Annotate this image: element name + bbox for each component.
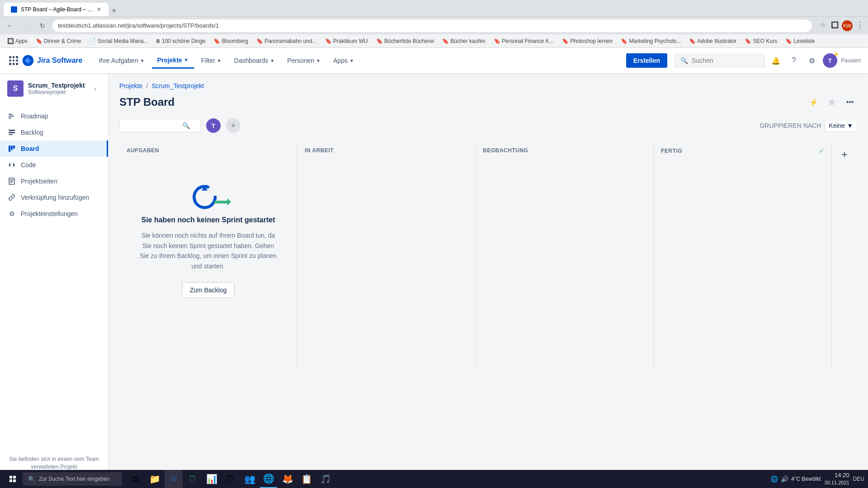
notifications-icon[interactable]: 🔔 [769,53,783,68]
bookmark-buecher[interactable]: 🔖 Bücher kaufen [439,37,489,45]
svg-marker-15 [214,198,231,206]
sidebar-item-label: Board [21,145,39,152]
reload-button[interactable]: ↻ [36,19,49,32]
svg-rect-0 [9,114,12,115]
empty-state-aufgaben: Sie haben noch keinen Sprint gestartet S… [127,161,290,316]
sidebar-item-backlog[interactable]: Backlog [0,124,108,141]
group-by-value: Keine [829,122,845,129]
add-member-button[interactable]: + [226,118,241,133]
help-icon[interactable]: ? [787,53,801,68]
bookmark-buecherliste[interactable]: 🔖 Bücherliste Bücherei [373,37,438,45]
sidebar-collapse-button[interactable]: ‹ [90,83,101,94]
svg-rect-6 [9,145,10,152]
menu-icon[interactable]: ⋮ [855,20,864,29]
breadcrumb-parent[interactable]: Projekte [119,82,142,89]
forward-button[interactable]: → [20,19,33,32]
address-bar[interactable]: testdeutsch1.atlassian.net/jira/software… [52,19,812,32]
sidebar-item-pages[interactable]: Projektseiten [0,173,108,189]
bookmark-personal[interactable]: 🔖 Personal Finance K... [490,37,557,45]
bookmark-social[interactable]: 📄 Social Media Mana... [85,37,151,45]
bookmarks-bar: 🔲 Apps 🔖 Dinner & Crime 📄 Social Media M… [0,34,868,48]
group-by-control: GRUPPIEREN NACH Keine ▼ [760,120,857,131]
nav-item-projekte[interactable]: Projekte ▼ [152,53,194,69]
breadcrumb-current[interactable]: Scrum_Testprojekt [151,82,204,89]
sidebar-item-code[interactable]: Code [0,157,108,173]
sprint-illustration [186,179,231,215]
taskbar-taskview[interactable]: ⧉ [127,470,145,488]
bookmark-bloomberg[interactable]: 🔖 Bloomberg [210,37,251,45]
nav-item-personen[interactable]: Personen ▼ [282,53,326,68]
bookmark-100[interactable]: B 100 schöne Dinge [153,37,209,45]
bookmark-seo[interactable]: 🔖 SEO Kurs [741,37,781,45]
bookmark-praktikum[interactable]: 🔖 Praktikum WU [321,37,372,45]
avatar-label: Pausiert [841,57,861,64]
taskbar-search[interactable]: 🔍 Zur Suche Text hier eingeben [23,472,122,486]
taskbar-teams[interactable]: 👥 [241,470,259,488]
back-button[interactable]: ← [4,19,16,32]
bookmark-dinner[interactable]: 🔖 Dinner & Crime [32,37,85,45]
taskbar-date: 30.11.2021 [825,479,849,486]
taskbar-app8[interactable]: 📋 [297,470,316,488]
sidebar-item-board[interactable]: Board [0,141,108,157]
tab-close-icon[interactable]: ✕ [97,6,101,13]
volume-icon[interactable]: 🔊 [781,475,788,483]
bookmark-panorama[interactable]: 🔖 Panoramabahn und... [253,37,321,45]
bookmark-marketing[interactable]: 🔖 Marketing Psycholo... [617,37,684,45]
taskbar-app9[interactable]: 🎵 [316,470,335,488]
taskbar-excel[interactable]: 🗒 [184,470,202,488]
taskbar-clock[interactable]: 14:20 30.11.2021 [825,471,849,487]
bookmark-leseliste[interactable]: 🔖 Leseliste [782,37,819,45]
svg-rect-4 [9,132,15,133]
sidebar-item-label: Verknüpfung hinzufügen [21,194,89,201]
board-action-lightning[interactable]: ⚡ [807,95,821,109]
new-tab-button[interactable]: + [108,5,119,16]
taskbar-firefox[interactable]: 🦊 [278,470,297,488]
active-tab[interactable]: STP Board – Agile-Board – Jira ✕ [4,3,108,16]
bookmark-photoshop[interactable]: 🔖 Photoshop lernen [558,37,616,45]
sidebar-item-link[interactable]: Verknüpfung hinzufügen [0,189,108,206]
extension-icon[interactable]: 🔲 [830,20,839,29]
settings-nav-icon: ⚙ [7,209,16,218]
sidebar-item-roadmap[interactable]: Roadmap [0,108,108,124]
bookmarks-apps[interactable]: 🔲 Apps [4,37,31,45]
sidebar-item-label: Projekteinstellungen [21,210,78,217]
sidebar-item-label: Projektseiten [21,178,57,185]
search-box[interactable]: 🔍 [675,54,765,67]
nav-item-filter[interactable]: Filter ▼ [196,53,227,68]
nav-item-apps[interactable]: Apps ▼ [328,53,359,68]
top-nav-menu: Ihre Aufgaben ▼ Projekte ▼ Filter ▼ Dash… [93,53,626,69]
add-column-button[interactable]: + [837,147,852,162]
jira-topnav: Jira Software Ihre Aufgaben ▼ Projekte ▼… [0,48,868,73]
svg-rect-17 [13,476,16,479]
zum-backlog-button[interactable]: Zum Backlog [182,282,235,298]
chevron-down-icon: ▼ [847,122,853,129]
group-by-label: GRUPPIEREN NACH [760,122,821,129]
filter-search-input[interactable] [124,122,179,129]
nav-item-dashboards[interactable]: Dashboards ▼ [229,53,280,68]
user-avatar[interactable]: T [823,53,837,68]
board-action-more[interactable]: ••• [843,95,857,109]
settings-icon[interactable]: ⚙ [805,53,819,68]
filter-search-box[interactable]: 🔍 [119,119,201,132]
profile-icon[interactable]: KW [842,20,853,31]
board-action-star[interactable]: ☆ [825,95,839,109]
search-input[interactable] [692,57,750,64]
group-by-select[interactable]: Keine ▼ [825,120,857,131]
nav-item-aufgaben[interactable]: Ihre Aufgaben ▼ [93,53,150,68]
create-button[interactable]: Erstellen [626,53,667,68]
taskbar-word[interactable]: W [165,470,183,488]
taskbar-onenote[interactable]: 🗒 [222,470,240,488]
bookmark-star-icon[interactable]: ☆ [818,20,827,29]
grid-menu-icon[interactable] [7,54,20,67]
taskbar-powerpoint[interactable]: 📊 [203,470,221,488]
bookmark-adobe[interactable]: 🔖 Adobe Illustrator [685,37,740,45]
taskbar-chrome[interactable]: 🌐 [259,470,278,488]
start-button[interactable] [4,470,22,488]
network-icon[interactable]: 🌐 [770,475,778,483]
sidebar-item-settings[interactable]: ⚙ Projekteinstellungen [0,206,108,222]
taskbar-explorer[interactable]: 📁 [146,470,164,488]
column-aufgaben-header: AUFGABEN [119,142,297,157]
member-avatar-t[interactable]: T [206,118,221,133]
jira-logo[interactable]: Jira Software [22,54,82,67]
project-icon: S [7,80,24,97]
